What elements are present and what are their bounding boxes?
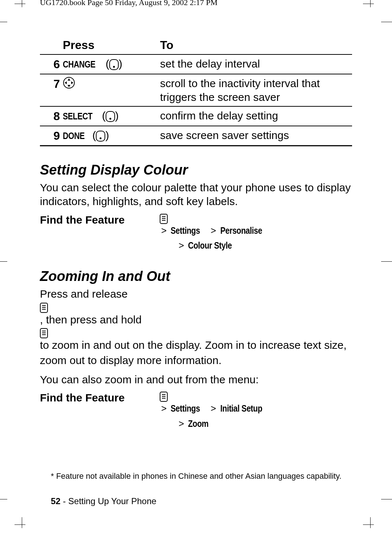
step-number: 9 xyxy=(40,126,63,146)
svg-point-8 xyxy=(109,118,111,119)
svg-marker-6 xyxy=(71,81,73,84)
body-display-colour: You can select the colour palette that y… xyxy=(40,181,352,209)
table-row: 9DONE ()save screen saver settings xyxy=(40,126,352,146)
feature-row-colour: Find the Feature > Settings > Personalis… xyxy=(40,214,352,253)
command-label: CHANGE xyxy=(63,58,95,70)
paren: ) xyxy=(115,110,119,122)
footer-sep: - xyxy=(61,496,68,506)
text-fragment: to zoom in and out on the display. Zoom … xyxy=(40,339,347,366)
paren: ( xyxy=(102,110,106,122)
crop-header-text: UG1720.book Page 50 Friday, August 9, 20… xyxy=(40,0,217,7)
crop-mark-icon xyxy=(15,517,29,532)
step-number: 6 xyxy=(40,54,63,74)
crop-mark-icon xyxy=(381,15,392,29)
gt-icon: > xyxy=(160,225,168,236)
to-cell: set the delay interval xyxy=(160,54,352,74)
to-cell: confirm the delay setting xyxy=(160,106,352,126)
menu-key-icon xyxy=(160,214,271,224)
to-cell: save screen saver settings xyxy=(160,126,352,146)
gt-icon: > xyxy=(209,225,217,236)
menu-key-icon xyxy=(160,392,271,402)
footnote: * Feature not available in phones in Chi… xyxy=(51,471,352,481)
svg-marker-4 xyxy=(68,85,70,87)
nav-key-icon xyxy=(63,77,157,89)
feature-path-zoom: > Settings > Initial Setup > Zoom xyxy=(160,392,271,430)
menu-key-icon xyxy=(40,303,352,313)
crop-mark-icon xyxy=(0,492,11,506)
softkey-icon xyxy=(106,111,115,122)
crop-mark-icon xyxy=(363,0,377,11)
gt-icon: > xyxy=(209,403,217,414)
softkey-icon xyxy=(96,131,105,142)
text-fragment: , then press and hold xyxy=(40,314,142,326)
press-cell xyxy=(63,74,160,106)
crop-mark-icon xyxy=(0,15,11,29)
path-segment: Personalise xyxy=(220,224,262,238)
table-row: 7scroll to the inactivity interval that … xyxy=(40,74,352,106)
svg-marker-3 xyxy=(68,78,70,81)
crop-mark-icon xyxy=(15,0,29,11)
crop-mark-icon xyxy=(381,492,392,506)
table-row: 6CHANGE ()set the delay interval xyxy=(40,54,352,74)
svg-rect-0 xyxy=(110,60,118,70)
svg-rect-9 xyxy=(96,131,105,141)
gt-icon: > xyxy=(160,403,168,414)
header-press: Press xyxy=(63,36,160,54)
crop-mark-icon xyxy=(381,254,392,269)
page-number: 52 xyxy=(51,496,61,506)
press-cell: SELECT () xyxy=(63,106,160,126)
step-number: 7 xyxy=(40,74,63,106)
crop-mark-icon xyxy=(0,254,11,269)
paren: ) xyxy=(105,129,109,141)
press-cell: DONE () xyxy=(63,126,160,146)
gt-icon: > xyxy=(177,418,185,429)
page: UG1720.book Page 50 Friday, August 9, 20… xyxy=(0,0,392,539)
footer-title: Setting Up Your Phone xyxy=(68,496,156,506)
feature-row-zoom: Find the Feature > Settings > Initial Se… xyxy=(40,392,352,430)
header-to: To xyxy=(160,36,352,54)
heading-zoom: Zooming In and Out xyxy=(40,269,352,284)
path-segment: Colour Style xyxy=(188,239,232,253)
press-cell: CHANGE () xyxy=(63,54,160,74)
feature-label: Find the Feature xyxy=(40,214,160,226)
svg-rect-7 xyxy=(106,111,115,122)
menu-key-icon xyxy=(40,328,352,338)
body-zoom-1: Press and release , then press and hold … xyxy=(40,287,352,368)
command-label: DONE xyxy=(63,130,85,142)
softkey-icon xyxy=(109,59,119,70)
header-blank xyxy=(40,36,63,54)
text-fragment: Press and release xyxy=(40,288,128,300)
table-row: 8SELECT ()confirm the delay setting xyxy=(40,106,352,126)
path-segment: Zoom xyxy=(188,417,208,431)
path-segment: Settings xyxy=(171,224,200,238)
svg-marker-5 xyxy=(65,81,67,84)
paren: ( xyxy=(92,129,96,141)
path-segment: Initial Setup xyxy=(220,402,262,416)
body-zoom-2: You can also zoom in and out from the me… xyxy=(40,373,352,387)
path-segment: Settings xyxy=(171,402,200,416)
heading-display-colour: Setting Display Colour xyxy=(40,162,352,178)
paren: ) xyxy=(119,58,122,70)
command-label: SELECT xyxy=(63,110,93,122)
gt-icon: > xyxy=(177,240,185,251)
step-number: 8 xyxy=(40,106,63,126)
to-cell: scroll to the inactivity interval that t… xyxy=(160,74,352,106)
table-header-row: Press To xyxy=(40,36,352,54)
paren: ( xyxy=(106,58,109,70)
steps-table: Press To 6CHANGE ()set the delay interva… xyxy=(40,36,352,146)
page-footer: 52 - Setting Up Your Phone xyxy=(51,496,156,506)
svg-point-1 xyxy=(113,66,115,68)
crop-mark-icon xyxy=(363,517,377,532)
feature-path-colour: > Settings > Personalise > Colour Style xyxy=(160,214,271,253)
svg-point-10 xyxy=(100,137,102,139)
feature-label: Find the Feature xyxy=(40,392,160,404)
